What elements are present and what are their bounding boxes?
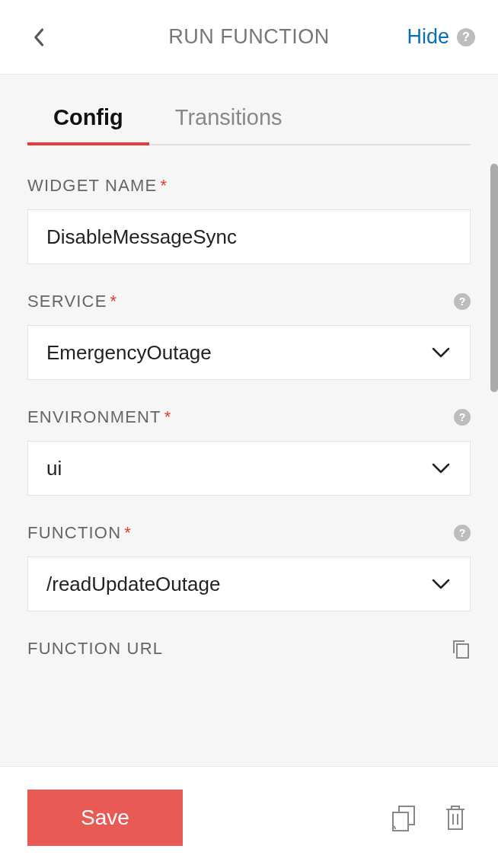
help-icon[interactable]: ?: [454, 293, 471, 310]
environment-group: ENVIRONMENT* ? ui: [27, 407, 471, 496]
chevron-down-icon: [430, 342, 452, 363]
hide-link[interactable]: Hide ?: [407, 25, 475, 49]
help-icon[interactable]: ?: [457, 28, 475, 46]
footer-actions: [388, 803, 471, 833]
tabs: Config Transitions: [27, 105, 471, 145]
panel-title: RUN FUNCTION: [168, 25, 329, 49]
environment-label: ENVIRONMENT*: [27, 407, 172, 427]
chevron-left-icon: [33, 27, 44, 47]
help-icon[interactable]: ?: [454, 525, 471, 541]
function-url-group: FUNCTION URL: [27, 639, 471, 659]
svg-rect-0: [457, 644, 468, 658]
hide-link-label: Hide: [407, 25, 449, 49]
tab-config[interactable]: Config: [27, 105, 149, 145]
footer: Save: [0, 766, 498, 868]
environment-select[interactable]: ui: [27, 441, 471, 496]
tab-transitions[interactable]: Transitions: [149, 105, 308, 145]
chevron-down-icon: [430, 458, 452, 479]
service-label: SERVICE*: [27, 292, 117, 311]
environment-value: ui: [46, 457, 62, 480]
content-area: Config Transitions WIDGET NAME* SERVICE*…: [0, 75, 498, 766]
service-select[interactable]: EmergencyOutage: [27, 325, 471, 380]
save-button[interactable]: Save: [27, 790, 183, 846]
widget-name-group: WIDGET NAME*: [27, 176, 471, 264]
function-select[interactable]: /readUpdateOutage: [27, 557, 471, 611]
trash-icon[interactable]: [440, 803, 471, 833]
help-icon[interactable]: ?: [454, 409, 471, 426]
function-url-label: FUNCTION URL: [27, 639, 163, 659]
duplicate-icon[interactable]: [388, 803, 419, 833]
panel-header: RUN FUNCTION Hide ?: [0, 0, 498, 75]
chevron-down-icon: [430, 573, 452, 595]
widget-name-label: WIDGET NAME*: [27, 176, 168, 196]
scrollbar[interactable]: [490, 164, 498, 392]
widget-name-input[interactable]: [46, 225, 452, 249]
service-value: EmergencyOutage: [46, 341, 212, 365]
function-label: FUNCTION*: [27, 523, 132, 543]
copy-icon[interactable]: [451, 639, 471, 659]
back-button[interactable]: [23, 22, 53, 53]
function-group: FUNCTION* ? /readUpdateOutage: [27, 523, 471, 611]
service-group: SERVICE* ? EmergencyOutage: [27, 292, 471, 380]
widget-name-field[interactable]: [27, 209, 471, 264]
function-value: /readUpdateOutage: [46, 573, 220, 596]
